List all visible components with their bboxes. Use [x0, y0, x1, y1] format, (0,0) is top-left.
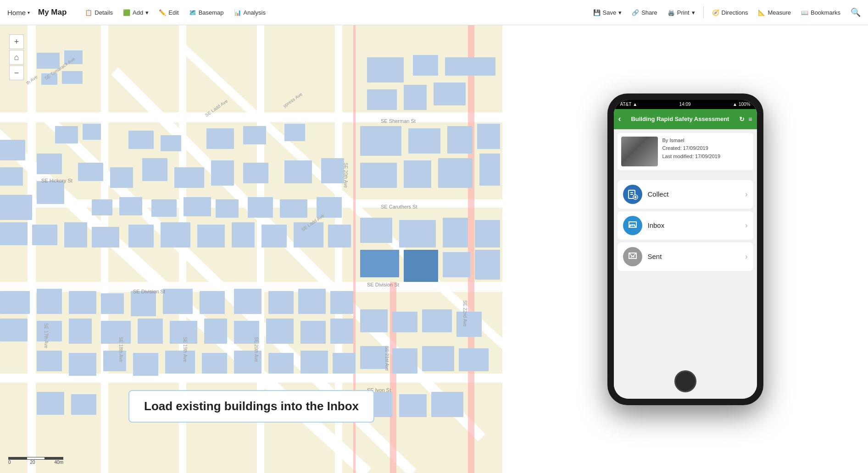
phone-mockup: AT&T ▲ 14:09 ▲ 100% ‹ Building Rapid Saf… — [607, 94, 763, 405]
svg-rect-69 — [161, 222, 190, 248]
svg-rect-58 — [151, 199, 177, 217]
svg-rect-65 — [32, 225, 57, 245]
phone-app-header: ‹ Building Rapid Safety Assessment ↻ ≡ — [614, 109, 757, 129]
svg-rect-38 — [128, 131, 154, 149]
svg-rect-72 — [262, 225, 287, 248]
edit-button[interactable]: ✏️ Edit — [154, 6, 183, 19]
menu-icon[interactable]: ≡ — [748, 116, 752, 123]
svg-rect-106 — [392, 312, 417, 332]
svg-rect-33 — [404, 160, 431, 188]
svg-rect-96 — [69, 319, 92, 344]
svg-rect-81 — [443, 252, 470, 277]
svg-rect-39 — [161, 135, 181, 151]
svg-rect-129 — [431, 392, 463, 417]
map-controls: + ⌂ − — [9, 34, 24, 80]
measure-icon: 📐 — [758, 9, 765, 16]
svg-rect-108 — [456, 312, 482, 337]
svg-rect-103 — [300, 321, 326, 344]
svg-text:SE 17th Ave: SE 17th Ave — [44, 323, 49, 348]
scale-labels: 0 20 40m — [8, 460, 63, 465]
phone-bottom-bar — [614, 364, 757, 399]
svg-text:SE Hickory St: SE Hickory St — [41, 178, 72, 183]
map-area[interactable]: SE Sherman St SE Hickory St SE Caruthers… — [0, 25, 502, 473]
home-extent-button[interactable]: ⌂ — [9, 50, 24, 65]
home-button[interactable]: Home ▾ — [7, 9, 30, 16]
svg-rect-120 — [392, 348, 417, 374]
svg-rect-16 — [468, 25, 474, 473]
svg-rect-71 — [232, 222, 255, 248]
collect-chevron-icon: › — [745, 190, 747, 198]
svg-rect-66 — [64, 222, 87, 248]
battery-label: 100% — [739, 102, 751, 107]
svg-rect-128 — [399, 394, 427, 417]
svg-rect-51 — [174, 167, 204, 188]
svg-rect-83 — [0, 291, 30, 314]
svg-rect-84 — [37, 289, 62, 314]
search-button[interactable]: 🔍 — [851, 7, 861, 17]
modified-label: Last modified: 17/09/2019 — [662, 153, 721, 161]
svg-text:SE 18th Ave: SE 18th Ave — [118, 337, 123, 362]
print-icon: 🖨️ — [668, 9, 675, 16]
svg-rect-100 — [204, 319, 227, 344]
svg-rect-105 — [360, 309, 388, 332]
details-icon: 📋 — [85, 9, 92, 16]
svg-rect-54 — [284, 160, 312, 183]
directions-button[interactable]: 🧭 Directions — [707, 6, 753, 19]
measure-button[interactable]: 📐 Measure — [753, 6, 796, 19]
sent-menu-item[interactable]: 14 Sent › — [618, 242, 753, 271]
svg-rect-85 — [69, 291, 96, 314]
add-button[interactable]: 🟩 Add ▾ — [118, 6, 153, 19]
map-tooltip: Load existing buildings into the Inbox — [128, 390, 374, 423]
inbox-menu-item[interactable]: 671 Inbox › — [618, 211, 753, 240]
svg-rect-68 — [128, 225, 154, 248]
collect-menu-item[interactable]: Collect › — [618, 180, 753, 209]
svg-rect-36 — [55, 126, 78, 143]
zoom-out-button[interactable]: − — [9, 66, 24, 80]
print-button[interactable]: 🖨️ Print ▾ — [663, 6, 700, 19]
svg-rect-87 — [131, 291, 156, 316]
collect-label: Collect — [648, 190, 740, 198]
sync-icon[interactable]: ↻ — [739, 116, 745, 123]
svg-rect-37 — [83, 124, 101, 140]
svg-rect-50 — [142, 158, 167, 181]
right-panel: AT&T ▲ 14:09 ▲ 100% ‹ Building Rapid Saf… — [502, 25, 868, 473]
svg-rect-5 — [0, 112, 502, 122]
details-button[interactable]: 📋 Details — [80, 6, 117, 19]
svg-text:SE Division St: SE Division St — [367, 282, 399, 287]
svg-text:SE 20th Ave: SE 20th Ave — [343, 163, 348, 188]
svg-rect-60 — [216, 199, 239, 218]
svg-rect-15 — [390, 282, 396, 473]
analysis-button[interactable]: 📊 Analysis — [229, 6, 270, 19]
svg-rect-49 — [110, 167, 133, 188]
svg-rect-118 — [333, 353, 356, 374]
back-button[interactable]: ‹ — [618, 114, 621, 124]
phone-home-button[interactable] — [674, 370, 696, 392]
inbox-badge: 671 — [623, 216, 642, 235]
save-dropdown-icon: ▾ — [618, 9, 622, 16]
svg-rect-59 — [184, 197, 211, 216]
svg-rect-94 — [0, 319, 28, 341]
svg-text:SE Sherman St: SE Sherman St — [381, 118, 416, 124]
time-label: 14:09 — [679, 102, 691, 107]
bookmarks-button[interactable]: 📖 Bookmarks — [796, 6, 845, 19]
zoom-in-button[interactable]: + — [9, 34, 24, 49]
svg-rect-32 — [360, 163, 397, 188]
share-button[interactable]: 🔗 Share — [627, 6, 662, 19]
home-dropdown-icon: ▾ — [28, 10, 30, 15]
topbar: Home ▾ My Map 📋 Details 🟩 Add ▾ ✏️ Edit … — [0, 0, 868, 25]
save-button[interactable]: 💾 Save ▾ — [589, 6, 627, 19]
svg-rect-78 — [475, 220, 500, 248]
svg-rect-42 — [284, 124, 305, 141]
svg-rect-53 — [243, 163, 268, 183]
basemap-button[interactable]: 🗺️ Basemap — [184, 6, 228, 19]
svg-rect-40 — [206, 128, 234, 149]
survey-card[interactable]: By Ismael Created: 17/09/2019 Last modif… — [618, 133, 753, 170]
svg-text:SE Caruthers St: SE Caruthers St — [381, 204, 417, 209]
phone-screen: AT&T ▲ 14:09 ▲ 100% ‹ Building Rapid Saf… — [614, 100, 757, 399]
svg-rect-114 — [202, 353, 227, 374]
svg-rect-107 — [422, 309, 452, 332]
sent-label: Sent — [648, 253, 740, 260]
svg-rect-26 — [434, 82, 466, 105]
svg-rect-102 — [266, 319, 294, 344]
svg-rect-104 — [330, 319, 353, 344]
